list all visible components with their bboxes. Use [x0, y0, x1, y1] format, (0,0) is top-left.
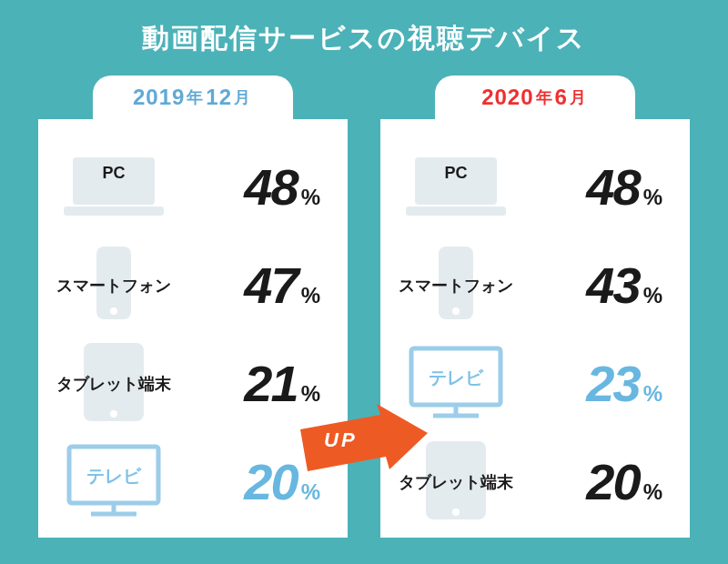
- tab-left: 2019 年 12 月: [93, 76, 293, 119]
- pc-icon: PC: [397, 146, 515, 227]
- row-right-phone-num: 43: [586, 256, 639, 315]
- svg-point-5: [110, 410, 117, 418]
- row-right-tablet-num: 20: [586, 452, 639, 511]
- row-right-tv-num: 23: [586, 354, 639, 413]
- panels-container: 2019 年 12 月 PC 48 %: [0, 76, 728, 538]
- row-left-tv-num: 20: [244, 452, 297, 511]
- svg-point-12: [452, 307, 460, 315]
- percent-sign: %: [301, 283, 320, 308]
- percent-sign: %: [301, 479, 320, 505]
- row-left-tv-label: テレビ: [86, 464, 141, 488]
- row-left-pc-label: PC: [102, 164, 125, 183]
- row-left-pc: PC 48 %: [55, 137, 331, 236]
- row-right-tablet-value: 20 %: [515, 452, 673, 511]
- percent-sign: %: [301, 185, 320, 210]
- row-right-tv: テレビ 23 %: [397, 334, 673, 432]
- row-left-phone: スマートフォン 47 %: [55, 236, 331, 334]
- phone-icon: スマートフォン: [397, 244, 515, 326]
- phone-icon: スマートフォン: [55, 244, 173, 326]
- tablet-icon: タブレット端末: [55, 342, 173, 424]
- svg-rect-1: [64, 206, 164, 216]
- tab-left-year: 2019: [133, 85, 185, 110]
- tab-right-month: 6: [555, 85, 568, 110]
- tab-left-month: 12: [206, 85, 232, 110]
- row-right-tv-value: 23 %: [515, 354, 673, 413]
- page-title: 動画配信サービスの視聴デバイス: [0, 0, 728, 57]
- svg-rect-10: [406, 206, 506, 216]
- row-left-phone-label: スマートフォン: [56, 275, 171, 297]
- tab-right-year-unit: 年: [536, 86, 553, 108]
- tab-right-year: 2020: [481, 85, 533, 110]
- row-right-pc-label: PC: [444, 164, 467, 183]
- row-left-phone-num: 47: [244, 256, 297, 315]
- row-left-tablet-label: タブレット端末: [56, 373, 171, 395]
- svg-point-3: [110, 307, 117, 315]
- row-left-pc-value: 48 %: [173, 157, 331, 217]
- row-left-phone-value: 47 %: [173, 256, 331, 315]
- row-left-pc-num: 48: [244, 157, 297, 217]
- percent-sign: %: [643, 185, 662, 210]
- row-right-phone-label: スマートフォン: [399, 275, 513, 297]
- tab-right: 2020 年 6 月: [435, 76, 635, 119]
- up-arrow-label: UP: [324, 428, 358, 452]
- row-left-tablet: タブレット端末 21 %: [55, 334, 331, 432]
- tab-right-month-unit: 月: [570, 86, 587, 108]
- tv-icon: テレビ: [55, 440, 173, 522]
- percent-sign: %: [643, 381, 662, 407]
- row-left-tablet-num: 21: [244, 354, 297, 413]
- row-right-pc-value: 48 %: [515, 157, 673, 217]
- row-right-pc-num: 48: [586, 157, 639, 217]
- row-right-tv-label: テレビ: [429, 366, 483, 390]
- row-right-phone-value: 43 %: [515, 256, 673, 315]
- row-right-tablet: タブレット端末 20 %: [397, 432, 673, 530]
- row-right-phone: スマートフォン 43 %: [397, 236, 673, 334]
- up-arrow-icon: UP: [300, 403, 428, 476]
- svg-point-17: [452, 509, 460, 516]
- pc-icon: PC: [55, 146, 173, 227]
- tab-left-year-unit: 年: [187, 86, 204, 108]
- row-left-tv: テレビ 20 %: [55, 432, 331, 530]
- percent-sign: %: [643, 283, 662, 308]
- row-right-pc: PC 48 %: [397, 137, 673, 236]
- svg-marker-18: [300, 404, 428, 471]
- tab-left-month-unit: 月: [234, 86, 251, 108]
- percent-sign: %: [643, 479, 662, 505]
